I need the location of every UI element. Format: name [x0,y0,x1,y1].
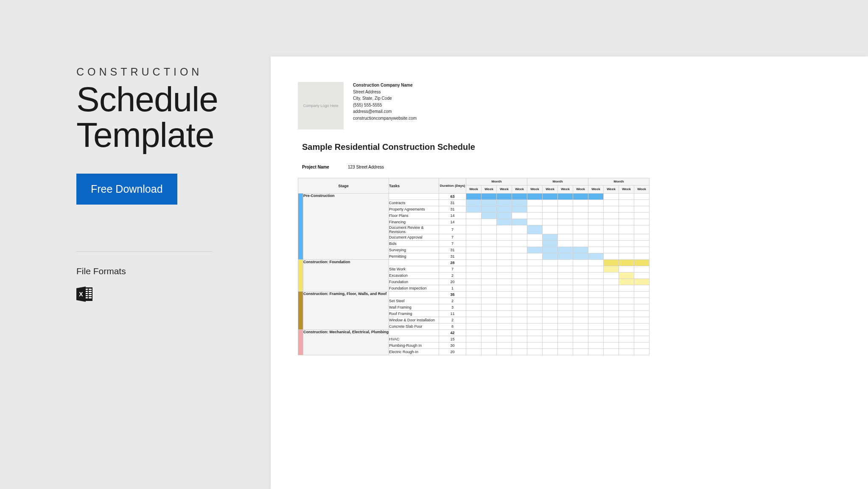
gantt-cell [543,304,558,311]
task-duration: 20 [439,279,466,285]
stage-row: Construction: Foundation28 [298,260,650,266]
gantt-cell [619,247,634,253]
gantt-cell [466,213,482,219]
gantt-cell [527,206,543,213]
gantt-cell [634,317,650,323]
month-header: Month [588,178,650,185]
gantt-cell [482,330,497,336]
gantt-cell [558,234,573,241]
gantt-cell [558,219,573,225]
gantt-cell [588,336,604,343]
gantt-cell [558,323,573,330]
gantt-cell [512,225,527,234]
gantt-cell [482,234,497,241]
gantt-cell [634,285,650,292]
gantt-cell [619,292,634,298]
gantt-cell [512,194,527,200]
task-duration: 31 [439,200,466,206]
svg-rect-6 [89,293,92,294]
gantt-cell [634,279,650,285]
gantt-cell [588,260,604,266]
gantt-cell [573,234,588,241]
gantt-cell [527,247,543,253]
gantt-cell [527,213,543,219]
gantt-cell [634,253,650,260]
gantt-cell [527,194,543,200]
free-download-button[interactable]: Free Download [76,174,177,205]
gantt-cell [482,349,497,355]
gantt-cell [543,298,558,304]
gantt-cell [497,298,512,304]
gantt-cell [466,219,482,225]
stage-color-bar [298,330,303,355]
gantt-cell [543,279,558,285]
company-logo-placeholder: Company Logo Here [298,82,344,129]
gantt-cell [543,234,558,241]
gantt-cell [527,273,543,279]
task-name: Window & Door Installation [389,317,439,323]
gantt-cell [512,330,527,336]
gantt-cell [619,304,634,311]
gantt-cell [512,292,527,298]
gantt-cell [497,213,512,219]
gantt-cell [466,200,482,206]
gantt-cell [482,247,497,253]
gantt-cell [558,298,573,304]
gantt-cell [512,336,527,343]
gantt-cell [604,323,619,330]
task-duration: 30 [439,343,466,349]
gantt-cell [482,219,497,225]
gantt-cell [558,247,573,253]
gantt-cell [512,206,527,213]
gantt-cell [497,336,512,343]
task-duration: 31 [439,247,466,253]
gantt-cell [558,260,573,266]
divider [76,251,212,252]
gantt-cell [512,279,527,285]
gantt-cell [558,241,573,247]
gantt-cell [527,279,543,285]
gantt-cell [527,260,543,266]
company-name: Construction Company Name [353,82,417,89]
gantt-cell [527,285,543,292]
gantt-cell [604,200,619,206]
gantt-cell [543,323,558,330]
gantt-cell [543,317,558,323]
gantt-cell [558,292,573,298]
gantt-cell [573,266,588,273]
gantt-cell [543,292,558,298]
task-name: Surveying [389,247,439,253]
gantt-cell [604,260,619,266]
gantt-cell [466,311,482,317]
task-duration: 14 [439,213,466,219]
gantt-cell [543,213,558,219]
gantt-cell [482,292,497,298]
gantt-cell [604,336,619,343]
project-row: Project Name 123 Street Address [302,165,868,169]
gantt-cell [619,273,634,279]
gantt-cell [497,194,512,200]
task-duration: 2 [439,298,466,304]
gantt-cell [497,206,512,213]
stage-name: Construction: Mechanical, Electrical, Pl… [303,330,389,355]
task-name: Permitting [389,253,439,260]
gantt-cell [512,343,527,349]
gantt-cell [604,234,619,241]
gantt-cell [604,194,619,200]
gantt-cell [543,349,558,355]
gantt-cell [558,225,573,234]
gantt-cell [527,292,543,298]
gantt-cell [527,225,543,234]
task-duration: 7 [439,241,466,247]
gantt-cell [558,336,573,343]
gantt-cell [512,219,527,225]
gantt-cell [512,317,527,323]
gantt-cell [543,241,558,247]
gantt-cell [497,247,512,253]
gantt-cell [588,343,604,349]
company-street: Street Address [353,89,417,96]
gantt-cell [527,200,543,206]
gantt-cell [604,213,619,219]
gantt-cell [497,241,512,247]
gantt-cell [466,343,482,349]
